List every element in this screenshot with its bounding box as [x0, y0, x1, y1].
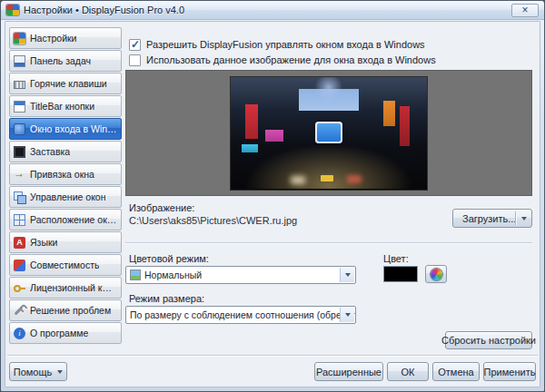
sidebar-item-screensaver[interactable]: Заставка	[9, 141, 122, 162]
app-logo-icon	[14, 33, 25, 44]
window-manage-icon	[14, 191, 25, 203]
load-image-button-label: Загрузить...	[462, 213, 516, 224]
settings-window: Настройки • DisplayFusion Pro v4.0 Настр…	[0, 0, 545, 392]
use-image-checkbox[interactable]	[129, 54, 141, 66]
combo-arrow	[340, 268, 354, 282]
color-swatch	[383, 266, 418, 282]
reset-settings-label: Сбросить настройки	[441, 335, 536, 346]
sidebar-item-label: Совместимость	[30, 260, 99, 270]
ok-button-label: ОК	[401, 367, 415, 377]
window-title: Настройки • DisplayFusion Pro v4.0	[24, 5, 184, 15]
compatibility-icon	[14, 260, 25, 271]
sidebar-item-label: О программе	[30, 328, 88, 338]
size-mode-value: По размеру с соблюдением соотношения (об…	[130, 309, 356, 320]
logon-preview-image	[231, 77, 427, 190]
sidebar-item-hotkeys[interactable]: Горячие клавиши	[9, 73, 122, 94]
keyboard-icon	[14, 81, 25, 89]
sidebar-item-troubleshooting[interactable]: Решение проблем	[9, 299, 122, 321]
sidebar-item-label: Заставка	[30, 146, 70, 157]
titlebar-buttons-icon	[14, 101, 25, 113]
load-image-button[interactable]: Загрузить...	[452, 209, 532, 228]
color-label: Цвет:	[383, 253, 409, 264]
chevron-down-icon	[521, 217, 527, 220]
sidebar-item-license-key[interactable]: Лицензионный ключ	[9, 277, 122, 299]
chevron-down-icon	[57, 370, 63, 374]
image-label: Изображение:	[129, 202, 194, 213]
close-button[interactable]	[511, 4, 539, 17]
manage-logon-checkbox[interactable]	[129, 39, 141, 51]
sidebar-item-taskbar[interactable]: Панель задач	[9, 50, 122, 72]
sidebar-item-label: Расположение окна	[30, 214, 117, 225]
advanced-button[interactable]: Расширенные	[314, 362, 383, 381]
info-icon	[14, 328, 25, 339]
languages-icon	[14, 237, 25, 249]
ok-button[interactable]: ОК	[387, 362, 429, 381]
help-button[interactable]: Помощь	[9, 362, 67, 381]
reset-settings-button[interactable]: Сбросить настройки	[445, 331, 532, 349]
color-mode-value: Нормальный	[144, 270, 202, 280]
sidebar-item-label: Панель задач	[30, 55, 91, 66]
window-snap-icon	[14, 169, 25, 181]
section-divider	[125, 242, 532, 244]
color-mode-select[interactable]: Нормальный	[125, 266, 356, 284]
image-path: C:\Users\aks85\Pictures\CWER.ru.jpg	[129, 215, 297, 226]
sidebar-item-label: Окно входа в Windows	[30, 123, 117, 134]
sidebar-item-label: Привязка окна	[30, 169, 94, 180]
image-thumbnail-icon	[130, 270, 141, 280]
sidebar-item-label: Решение проблем	[30, 305, 111, 316]
sidebar: Настройки Панель задач Горячие клавиши T…	[9, 27, 122, 345]
sidebar-item-window-snap[interactable]: Привязка окна	[9, 163, 122, 185]
cancel-button-label: Отмена	[438, 367, 473, 377]
manage-logon-label: Разрешить DisplayFusion управлять окном …	[146, 39, 425, 50]
sidebar-item-languages[interactable]: Языки	[9, 231, 122, 253]
sidebar-item-window-manage[interactable]: Управление окон	[9, 186, 122, 208]
apply-button[interactable]: Применить	[483, 362, 536, 381]
sidebar-item-titlebar-buttons[interactable]: TitleBar кнопки	[9, 95, 122, 117]
cancel-button[interactable]: Отмена	[432, 362, 480, 381]
chevron-down-icon	[345, 313, 351, 317]
client-area: Настройки Панель задач Горячие клавиши T…	[5, 21, 540, 387]
sidebar-item-logon-window[interactable]: Окно входа в Windows	[9, 118, 122, 140]
app-icon	[6, 5, 19, 15]
sidebar-item-label: TitleBar кнопки	[30, 101, 94, 112]
sidebar-item-window-position[interactable]: Расположение окна	[9, 209, 122, 230]
sidebar-item-label: Языки	[30, 237, 57, 248]
sidebar-item-label: Горячие клавиши	[30, 78, 107, 89]
chevron-down-icon	[345, 273, 351, 277]
sidebar-item-label: Управление окон	[30, 191, 105, 202]
footer-divider	[7, 355, 538, 357]
help-button-label: Помощь	[14, 367, 53, 377]
screensaver-icon	[14, 146, 25, 158]
color-picker-button[interactable]	[425, 265, 447, 283]
sidebar-item-settings[interactable]: Настройки	[9, 27, 122, 49]
logon-preview-area	[125, 70, 532, 196]
use-image-label: Использовать данное изображение для окна…	[146, 54, 436, 65]
logon-window-icon	[14, 123, 25, 135]
sidebar-item-label: Лицензионный ключ	[30, 282, 117, 293]
color-wheel-icon	[431, 269, 442, 280]
window-position-icon	[14, 214, 25, 226]
size-mode-select[interactable]: По размеру с соблюдением соотношения (об…	[125, 306, 356, 324]
color-mode-label: Цветовой режим:	[129, 253, 209, 264]
logon-settings-panel: Разрешить DisplayFusion управлять окном …	[125, 22, 534, 387]
advanced-button-label: Расширенные	[316, 367, 382, 377]
size-mode-label: Режим размера:	[129, 293, 204, 304]
sidebar-item-label: Настройки	[30, 33, 77, 44]
sidebar-item-compatibility[interactable]: Совместимость	[9, 254, 122, 276]
title-bar[interactable]: Настройки • DisplayFusion Pro v4.0	[1, 1, 544, 20]
key-icon	[14, 282, 25, 294]
apply-button-label: Применить	[484, 367, 536, 377]
combo-arrow	[340, 308, 354, 322]
wrench-icon	[14, 305, 25, 317]
sidebar-item-about[interactable]: О программе	[9, 322, 122, 344]
checkbox-row-manage-logon: Разрешить DisplayFusion управлять окном …	[129, 38, 425, 51]
taskbar-icon	[14, 55, 25, 67]
checkbox-row-use-image: Использовать данное изображение для окна…	[129, 54, 436, 66]
